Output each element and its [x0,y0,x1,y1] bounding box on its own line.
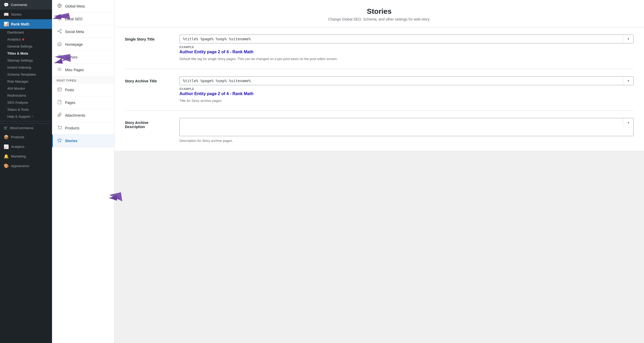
svg-point-2 [59,17,60,19]
sidebar-item-seo-analyzer[interactable]: SEO Analyzer [0,99,52,106]
subnav-item-homepage[interactable]: Homepage [52,38,114,51]
sidebar-item-sitemap-settings[interactable]: Sitemap Settings [0,57,52,64]
stories-subnav-icon [57,138,62,144]
subnav-misc-pages-label: Misc Pages [65,68,84,72]
svg-point-8 [58,55,60,56]
appearance-label: Appearance [11,164,29,168]
subnav-local-seo-label: Local SEO [65,17,82,21]
story-archive-desc-chevron[interactable]: ▾ [623,118,633,127]
products-pt-icon [57,125,62,131]
single-story-title-value: %title% %page% %sep% %sitename% [180,35,623,43]
story-archive-title-control: %title% %page% %sep% %sitename% ▾ EXAMPL… [179,76,634,103]
svg-rect-12 [58,88,61,91]
single-story-title-chevron[interactable]: ▾ [623,35,633,43]
posts-icon [57,87,62,93]
subnav-item-attachments[interactable]: Attachments [52,109,114,122]
single-story-title-select[interactable]: %title% %page% %sep% %sitename% ▾ [179,35,634,43]
sidebar-item-comments[interactable]: 💬 Comments [0,0,52,10]
products-icon: 📦 [4,135,9,140]
form-row-2: Story Archive Title %title% %page% %sep%… [125,76,634,103]
subnav-item-posts[interactable]: Posts [52,84,114,96]
external-link-icon: ↗ [31,115,33,118]
sidebar-item-analytics[interactable]: Analytics [0,36,52,43]
story-archive-title-chevron[interactable]: ▾ [623,77,633,85]
subnav-item-stories[interactable]: Stories [52,135,114,147]
subnav-global-meta-label: Global Meta [65,4,85,8]
subnav-item-global-meta[interactable]: Global Meta [52,0,114,13]
form-row-1: Single Story Title %title% %page% %sep% … [125,35,634,62]
svg-line-7 [59,30,60,31]
rank-math-icon: 📊 [4,22,9,27]
sidebar-item-role-manager[interactable]: Role Manager [0,78,52,85]
rank-math-label: Rank Math [11,22,29,26]
analytics-woo-icon: 📈 [4,144,9,149]
form-section-story-archive-desc: Story Archive Description ▾ Description … [125,111,634,151]
content-body: Single Story Title %title% %page% %sep% … [114,27,644,151]
sidebar-separator [0,121,52,121]
sidebar-item-status-tools[interactable]: Status & Tools [0,106,52,113]
svg-point-16 [61,129,61,130]
svg-point-5 [60,32,61,33]
sidebar-item-rank-math[interactable]: 📊 Rank Math [0,19,52,29]
subnav-posts-label: Posts [65,88,74,92]
comments-icon: 💬 [4,2,9,7]
sidebar-item-stories-top-label: Stories [11,12,21,16]
analytics-woo-label: Analytics [11,145,24,149]
sidebar-item-general-settings[interactable]: General Settings [0,43,52,50]
marketing-icon: 🔔 [4,154,9,159]
sidebar-item-titles-meta[interactable]: Titles & Meta [0,50,52,57]
content-header: Stories Change Global SEO, Schema, and o… [114,0,644,27]
story-archive-desc-control: ▾ Description for Story archive pages. [179,118,634,143]
sidebar-item-schema-templates[interactable]: Schema Templates [0,71,52,78]
subnav-item-products-pt[interactable]: Products [52,122,114,135]
story-archive-title-description: Title for Story archive pages. [179,98,634,103]
example-link-1[interactable]: Author Entity page 2 of 4 - Rank Math [179,50,634,54]
story-archive-desc-textarea[interactable]: ▾ [179,118,634,136]
subnav-pages-label: Pages [65,101,75,105]
svg-point-3 [60,29,61,31]
content-panel: Stories Change Global SEO, Schema, and o… [114,0,644,343]
subnav-item-authors[interactable]: Authors [52,51,114,64]
story-archive-desc-label: Story Archive Description [125,118,172,129]
page-subtitle: Change Global SEO, Schema, and other set… [120,17,639,21]
stories-icon: 📖 [4,12,9,17]
sidebar-item-comments-label: Comments [11,3,27,7]
appearance-icon: 🎨 [4,163,9,168]
subnav-item-local-seo[interactable]: Local SEO [52,13,114,25]
sidebar-item-marketing[interactable]: 🔔 Marketing [0,151,52,161]
attachments-icon [57,113,62,118]
example-label-2: EXAMPLE [179,87,634,90]
form-section-story-archive-title: Story Archive Title %title% %page% %sep%… [125,69,634,111]
svg-marker-17 [58,138,62,142]
subnav-social-meta-label: Social Meta [65,30,84,34]
subnav-item-social-meta[interactable]: Social Meta [52,25,114,38]
sidebar-item-analytics-woo[interactable]: 📈 Analytics [0,142,52,151]
example-link-2[interactable]: Author Entity page 2 of 4 - Rank Math [179,91,634,96]
woocommerce-icon: 🛒 [4,126,8,130]
subnav-item-misc-pages[interactable]: Misc Pages [52,64,114,76]
sidebar-item-woocommerce[interactable]: 🛒 WooCommerce [0,123,52,132]
global-meta-icon [57,3,62,9]
sidebar-item-dashboard[interactable]: Dashboard [0,29,52,36]
story-archive-title-select[interactable]: %title% %page% %sep% %sitename% ▾ [179,76,634,85]
local-seo-icon [57,16,62,22]
sidebar-item-stories-top[interactable]: 📖 Stories [0,10,52,19]
svg-point-4 [58,31,59,32]
pages-icon [57,100,62,105]
story-archive-title-value: %title% %page% %sep% %sitename% [180,77,623,85]
sidebar-item-appearance[interactable]: 🎨 Appearance [0,161,52,171]
sidebar-item-redirections[interactable]: Redirections [0,92,52,99]
subnav-item-pages[interactable]: Pages [52,96,114,109]
subnav-stories-label: Stories [65,139,77,143]
homepage-icon [57,42,62,47]
post-types-label: Post Types: [52,76,114,84]
sidebar-item-404-monitor[interactable]: 404 Monitor [0,85,52,92]
subnav-authors-label: Authors [65,55,78,59]
misc-pages-icon [57,67,62,73]
sidebar-item-help-support[interactable]: Help & Support ↗ [0,113,52,120]
sidebar-item-instant-indexing[interactable]: Instant Indexing [0,64,52,71]
svg-line-6 [59,31,60,32]
subnav-products-pt-label: Products [65,126,79,130]
sidebar-item-products[interactable]: 📦 Products [0,132,52,142]
example-label-1: EXAMPLE [179,45,634,49]
